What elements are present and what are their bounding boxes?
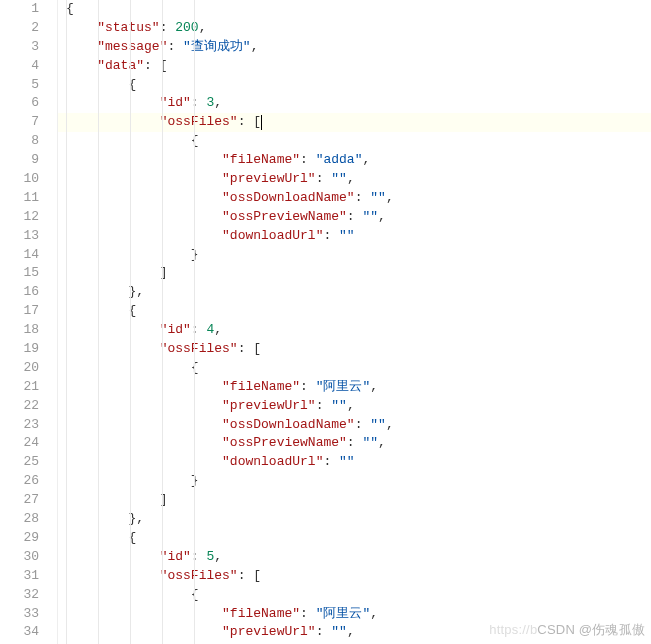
token-str: "" bbox=[362, 209, 378, 224]
line-number: 12 bbox=[0, 208, 39, 227]
indent-guide bbox=[98, 0, 99, 644]
code-line[interactable]: "ossFiles": [ bbox=[58, 113, 651, 132]
token-key: "ossPreviewName" bbox=[222, 435, 347, 450]
code-line[interactable]: "fileName": "阿里云", bbox=[66, 378, 651, 397]
code-line[interactable]: "data": [ bbox=[66, 57, 651, 76]
code-line[interactable]: }, bbox=[66, 510, 651, 529]
line-number: 3 bbox=[0, 38, 39, 57]
token-punc: , bbox=[214, 549, 222, 564]
token-punc: , bbox=[347, 624, 355, 639]
token-ws bbox=[66, 606, 222, 621]
code-line[interactable]: ] bbox=[66, 491, 651, 510]
token-punc: : bbox=[167, 39, 183, 54]
line-number: 13 bbox=[0, 227, 39, 246]
token-punc: , bbox=[214, 95, 222, 110]
code-line[interactable]: "ossFiles": [ bbox=[66, 567, 651, 586]
code-line[interactable]: "ossDownloadName": "", bbox=[66, 416, 651, 435]
token-key: "ossDownloadName" bbox=[222, 417, 355, 432]
token-ws bbox=[66, 322, 160, 337]
token-ws bbox=[66, 247, 191, 262]
token-punc: : [ bbox=[144, 58, 167, 73]
token-key: "status" bbox=[97, 20, 159, 35]
code-line[interactable]: }, bbox=[66, 283, 651, 302]
line-number: 1 bbox=[0, 0, 39, 19]
code-line[interactable]: "previewUrl": "", bbox=[66, 170, 651, 189]
token-key: "previewUrl" bbox=[222, 624, 316, 639]
token-punc: , bbox=[378, 209, 386, 224]
token-punc: ] bbox=[160, 265, 168, 280]
token-punc: { bbox=[66, 1, 74, 16]
code-line[interactable]: "id": 3, bbox=[66, 94, 651, 113]
code-line[interactable]: { bbox=[66, 76, 651, 95]
line-number: 21 bbox=[0, 378, 39, 397]
line-number: 9 bbox=[0, 151, 39, 170]
line-number: 2 bbox=[0, 19, 39, 38]
line-number: 23 bbox=[0, 416, 39, 435]
code-line[interactable]: "ossPreviewName": "", bbox=[66, 434, 651, 453]
code-line[interactable]: "status": 200, bbox=[66, 19, 651, 38]
code-area[interactable]: { "status": 200, "message": "查询成功", "dat… bbox=[58, 0, 651, 644]
code-line[interactable]: "message": "查询成功", bbox=[66, 38, 651, 57]
token-punc: : bbox=[323, 454, 339, 469]
token-punc: : bbox=[355, 190, 371, 205]
code-line[interactable]: { bbox=[66, 529, 651, 548]
line-number: 25 bbox=[0, 453, 39, 472]
token-num: 200 bbox=[175, 20, 198, 35]
token-ws bbox=[66, 624, 222, 639]
code-line[interactable]: "fileName": "adda", bbox=[66, 151, 651, 170]
token-ws bbox=[66, 549, 160, 564]
line-number: 15 bbox=[0, 264, 39, 283]
token-punc: : [ bbox=[238, 568, 261, 583]
token-punc: , bbox=[386, 190, 394, 205]
token-key: "fileName" bbox=[222, 606, 300, 621]
token-punc: : bbox=[316, 398, 332, 413]
code-line[interactable]: } bbox=[66, 472, 651, 491]
line-number: 24 bbox=[0, 434, 39, 453]
code-line[interactable]: { bbox=[66, 586, 651, 605]
token-str: "" bbox=[362, 435, 378, 450]
code-line[interactable]: "ossFiles": [ bbox=[66, 340, 651, 359]
code-editor[interactable]: 1234567891011121314151617181920212223242… bbox=[0, 0, 651, 644]
token-punc: , bbox=[347, 171, 355, 186]
code-line[interactable]: "id": 5, bbox=[66, 548, 651, 567]
code-line[interactable]: { bbox=[66, 0, 651, 19]
token-ws bbox=[66, 265, 160, 280]
token-str: "adda" bbox=[316, 152, 363, 167]
token-ws bbox=[66, 473, 191, 488]
code-line[interactable]: "ossDownloadName": "", bbox=[66, 189, 651, 208]
code-line[interactable]: "id": 4, bbox=[66, 321, 651, 340]
token-punc: : bbox=[355, 417, 371, 432]
token-ws bbox=[66, 587, 191, 602]
line-number: 6 bbox=[0, 94, 39, 113]
token-punc: , bbox=[214, 322, 222, 337]
token-punc: : bbox=[300, 379, 316, 394]
token-punc: , bbox=[370, 606, 378, 621]
token-ws bbox=[66, 379, 222, 394]
token-ws bbox=[66, 209, 222, 224]
token-punc: , bbox=[251, 39, 259, 54]
code-line[interactable]: "ossPreviewName": "", bbox=[66, 208, 651, 227]
token-key: "ossFiles" bbox=[160, 114, 238, 129]
line-number: 10 bbox=[0, 170, 39, 189]
token-ws bbox=[66, 454, 222, 469]
code-line[interactable]: { bbox=[66, 359, 651, 378]
code-line[interactable]: "previewUrl": "", bbox=[66, 397, 651, 416]
token-punc: : bbox=[316, 171, 332, 186]
token-punc: , bbox=[386, 417, 394, 432]
token-str: "" bbox=[370, 190, 386, 205]
code-line[interactable]: ] bbox=[66, 264, 651, 283]
code-line[interactable]: { bbox=[66, 302, 651, 321]
line-number: 19 bbox=[0, 340, 39, 359]
token-key: "id" bbox=[160, 95, 191, 110]
code-line[interactable]: } bbox=[66, 246, 651, 265]
token-key: "downloadUrl" bbox=[222, 454, 323, 469]
code-line[interactable]: "downloadUrl": "" bbox=[66, 453, 651, 472]
token-key: "downloadUrl" bbox=[222, 228, 323, 243]
line-number: 30 bbox=[0, 548, 39, 567]
line-number: 5 bbox=[0, 76, 39, 95]
code-line[interactable]: "downloadUrl": "" bbox=[66, 227, 651, 246]
code-line[interactable]: { bbox=[66, 132, 651, 151]
token-str: "" bbox=[370, 417, 386, 432]
token-punc: , bbox=[362, 152, 370, 167]
token-punc: : [ bbox=[238, 341, 261, 356]
